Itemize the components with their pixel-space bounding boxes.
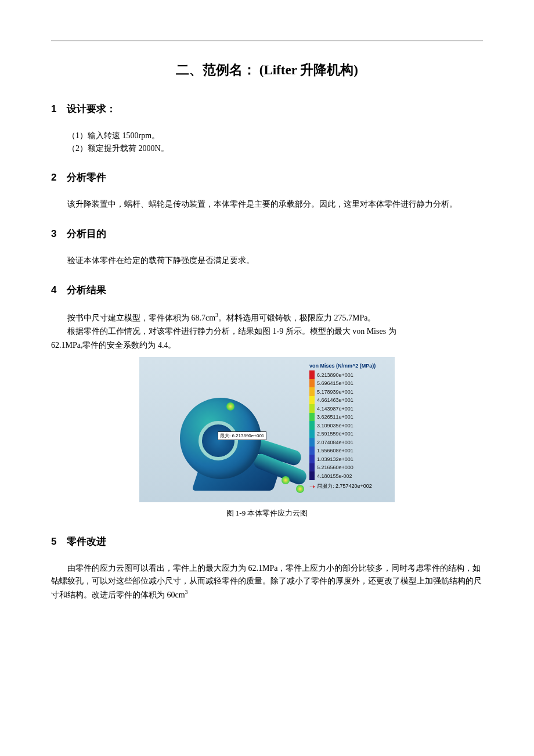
legend-value: 4.180155e-002: [317, 473, 352, 479]
section-1-body: （1）输入转速 1500rpm。 （2）额定提升载荷 2000N。: [51, 129, 483, 154]
legend-row: 3.109035e+001: [309, 421, 388, 430]
section-5-body: 由零件的应力云图可以看出，零件上的最大应力为 62.1MPa，零件上应力小的部分…: [51, 562, 483, 601]
legend-swatch: [309, 463, 315, 472]
legend-row: 5.696415e+001: [309, 379, 388, 388]
paragraph: 该升降装置中，蜗杆、蜗轮是传动装置，本体零件是主要的承载部分。因此，这里对本体零…: [51, 198, 483, 211]
legend-value: 5.178939e+001: [317, 389, 353, 395]
section-num: 5: [51, 536, 64, 548]
legend-swatch: [309, 379, 315, 388]
legend-value: 4.143987e+001: [317, 406, 353, 412]
section-label: 分析零件: [67, 172, 106, 183]
legend-row: 4.143987e+001: [309, 404, 388, 413]
req-line-1: （1）输入转速 1500rpm。: [67, 129, 483, 142]
legend-swatch: [309, 413, 315, 422]
legend-row: 5.178939e+001: [309, 387, 388, 396]
legend-swatch: [309, 396, 315, 405]
text-run: 由零件的应力云图可以看出，零件上的最大应力为 62.1MPa，零件上应力小的部分…: [51, 564, 482, 599]
legend-value: 2.591559e+001: [317, 431, 353, 437]
section-4-heading: 4 分析结果: [51, 283, 483, 297]
paragraph: 按书中尺寸建立模型，零件体积为 68.7cm3。材料选用可锻铸铁，极限应力 27…: [51, 311, 483, 324]
legend-swatch: [309, 370, 315, 379]
legend-row: 4.180155e-002: [309, 471, 388, 480]
figure-1-9: 最大: 6.213890e+001 von Mises (N/mm^2 (MPa…: [51, 357, 483, 519]
legend-row: 6.213890e+001: [309, 370, 388, 379]
section-label: 分析目的: [67, 228, 106, 239]
arrow-icon: ➝: [309, 483, 315, 491]
paragraph: 根据零件的工作情况，对该零件进行静力分析，结果如图 1-9 所示。模型的最大 v…: [51, 325, 483, 338]
legend-row: 2.591559e+001: [309, 430, 388, 438]
paragraph: 62.1MPa,零件的安全系数约为 4.4。: [51, 339, 483, 352]
legend-title: von Mises (N/mm^2 (MPa)): [309, 363, 388, 369]
top-rule: [51, 41, 483, 41]
stress-cloud-figure: 最大: 6.213890e+001 von Mises (N/mm^2 (MPa…: [139, 357, 395, 502]
legend-row: 3.626511e+001: [309, 413, 388, 422]
fea-model: 最大: 6.213890e+001: [157, 375, 302, 491]
legend-row: 1.556608e+001: [309, 447, 388, 455]
legend-value: 5.696415e+001: [317, 380, 353, 386]
document-page: 二、范例名： (Lifter 升降机构) 1 设计要求： （1）输入转速 150…: [0, 0, 534, 625]
section-num: 4: [51, 285, 64, 296]
max-stress-callout: 最大: 6.213890e+001: [218, 431, 266, 440]
legend-row: 2.074084e+001: [309, 438, 388, 447]
legend-value: 6.213890e+001: [317, 372, 353, 378]
section-label: 零件改进: [67, 536, 106, 547]
section-3-body: 验证本体零件在给定的载荷下静强度是否满足要求。: [51, 254, 483, 267]
legend-swatch: [309, 387, 315, 396]
section-1-heading: 1 设计要求：: [51, 102, 483, 116]
legend-swatch: [309, 421, 315, 430]
section-label: 设计要求：: [67, 103, 116, 114]
text-run: 。材料选用可锻铸铁，极限应力 275.7MPa。: [218, 313, 376, 322]
page-title: 二、范例名： (Lifter 升降机构): [51, 61, 483, 79]
legend-value: 1.556608e+001: [317, 448, 353, 453]
section-num: 3: [51, 228, 64, 240]
legend-row: 1.039132e+001: [309, 455, 388, 463]
yield-strength-row: ➝ 屈服力: 2.757420e+002: [309, 483, 388, 491]
legend-row: 4.661463e+001: [309, 396, 388, 405]
legend-value: 5.216560e+000: [317, 465, 353, 470]
stress-hotspot: [296, 485, 304, 493]
color-legend: von Mises (N/mm^2 (MPa)) 6.213890e+0015.…: [309, 363, 388, 491]
section-3-heading: 3 分析目的: [51, 227, 483, 240]
paragraph: 验证本体零件在给定的载荷下静强度是否满足要求。: [51, 254, 483, 267]
superscript: 3: [185, 589, 188, 595]
legend-value: 3.109035e+001: [317, 423, 353, 429]
section-2-body: 该升降装置中，蜗杆、蜗轮是传动装置，本体零件是主要的承载部分。因此，这里对本体零…: [51, 198, 483, 211]
legend-swatch: [309, 447, 315, 455]
legend-value: 2.074084e+001: [317, 440, 353, 445]
legend-value: 3.626511e+001: [317, 414, 353, 420]
legend-value: 1.039132e+001: [317, 456, 353, 462]
legend-row: 5.216560e+000: [309, 463, 388, 472]
section-num: 2: [51, 172, 64, 183]
legend-value: 4.661463e+001: [317, 397, 353, 403]
req-line-2: （2）额定提升载荷 2000N。: [67, 142, 483, 155]
figure-caption: 图 1-9 本体零件应力云图: [51, 508, 483, 519]
legend-swatch: [309, 471, 315, 480]
model-hub: [199, 421, 238, 460]
legend-swatch: [309, 430, 315, 438]
legend-swatch: [309, 404, 315, 413]
yield-label: 屈服力: 2.757420e+002: [317, 483, 372, 490]
section-5-heading: 5 零件改进: [51, 535, 483, 548]
legend-swatch: [309, 438, 315, 447]
section-4-body: 按书中尺寸建立模型，零件体积为 68.7cm3。材料选用可锻铸铁，极限应力 27…: [51, 311, 483, 352]
legend-swatch: [309, 455, 315, 463]
stress-hotspot: [282, 476, 290, 484]
section-label: 分析结果: [67, 285, 106, 296]
text-run: 按书中尺寸建立模型，零件体积为 68.7cm: [67, 313, 215, 322]
section-num: 1: [51, 103, 64, 115]
section-2-heading: 2 分析零件: [51, 171, 483, 184]
paragraph: 由零件的应力云图可以看出，零件上的最大应力为 62.1MPa，零件上应力小的部分…: [51, 562, 483, 601]
